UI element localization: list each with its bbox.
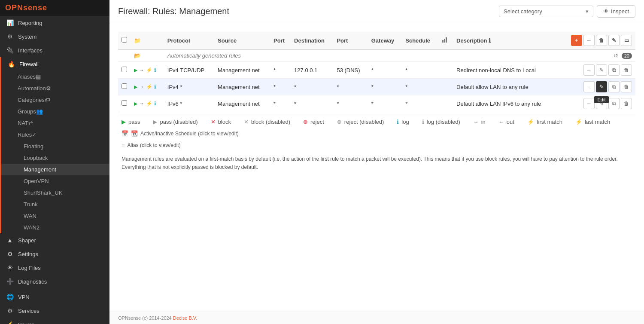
sidebar-item-shurfsharuk[interactable]: ShurfShark_UK [1, 187, 109, 199]
row1-move-btn[interactable]: ← [583, 64, 595, 76]
lightning-icon3: ⚡ [146, 101, 152, 107]
row3-stats [438, 95, 453, 112]
sidebar-item-reporting[interactable]: 📊 Reporting [0, 16, 109, 30]
row2-stats [438, 79, 453, 95]
col-source: Source [214, 32, 270, 49]
folder-open-icon: 📂 [134, 52, 141, 59]
row3-delete-btn[interactable]: 🗑 [621, 98, 632, 109]
sidebar-item-firewall[interactable]: 🔥 Firewall [1, 57, 109, 71]
col-port-dst: Port [333, 32, 368, 49]
sidebar-item-wan[interactable]: WAN [1, 210, 109, 222]
sidebar-item-rules[interactable]: Rules ✓ [1, 129, 109, 141]
play-icon2: ▶ [134, 84, 137, 90]
table-row: ▶ → ⚡ ℹ IPv6 * Management net * * * * * … [118, 95, 635, 112]
sidebar-item-shaper[interactable]: ▲ Shaper [0, 233, 109, 247]
row1-edit-btn[interactable]: ✎ [596, 64, 607, 76]
sidebar-item-services[interactable]: ⚙ Services [0, 304, 109, 318]
page-footer: OPNsense (c) 2014-2024 Deciso B.V. [109, 312, 644, 324]
sidebar-item-diagnostics[interactable]: ➕ Diagnostics [0, 275, 109, 288]
col-schedule: Schedule [402, 32, 438, 49]
vpn-icon: 🌐 [6, 293, 14, 300]
eye-icon: 👁 [603, 8, 609, 15]
sidebar-label-shaper: Shaper [18, 237, 36, 244]
automation-badge: ⚙ [46, 85, 51, 92]
inspect-button[interactable]: 👁 Inspect [597, 5, 635, 18]
schedule-row[interactable]: 📅 📆 Active/Inactive Schedule (click to v… [118, 128, 635, 139]
sidebar-item-floating[interactable]: Floating [1, 141, 109, 152]
play-icon: ▶ [134, 67, 137, 73]
block-disabled-icon: ✕ [244, 119, 249, 125]
footer-link[interactable]: Deciso B.V. [173, 315, 197, 321]
row2-clone-btn[interactable]: ⧉ [608, 81, 620, 92]
sidebar-item-automation[interactable]: Automation ⚙ [1, 83, 109, 94]
row1-description: Redirect non-local DNS to Local [453, 62, 558, 79]
legend-block: ✕ block [211, 119, 231, 125]
row3-move-btn[interactable]: ← [583, 98, 595, 109]
calendar2-icon: 📆 [131, 130, 138, 137]
sidebar-item-loopback[interactable]: Loopback [1, 152, 109, 164]
category-select[interactable]: Select category ▾ [499, 6, 593, 17]
svg-rect-2 [446, 37, 447, 43]
clone-button[interactable]: ✎ [608, 35, 620, 46]
alias-row-text: Alias (click to view/edit) [128, 142, 181, 148]
row2-checkbox[interactable] [122, 83, 127, 89]
sidebar-item-settings[interactable]: ⚙ Settings [0, 247, 109, 261]
row1-clone-btn[interactable]: ⧉ [608, 64, 620, 76]
sidebar-item-management[interactable]: Management [1, 164, 109, 175]
row3-gateway: * [368, 95, 402, 112]
sidebar-item-logfiles[interactable]: 👁 Log Files [0, 261, 109, 275]
sidebar: OPNsense 📊 Reporting ⚙ System 🔌 Interfac… [0, 0, 109, 324]
arrow-icon2: → [139, 84, 144, 90]
legend-log: ℹ log [397, 119, 409, 125]
more-button[interactable]: ▭ [621, 35, 632, 46]
play-icon3: ▶ [134, 101, 137, 107]
row3-checkbox[interactable] [122, 100, 127, 106]
row3-port: * [270, 95, 291, 112]
sidebar-item-trunk[interactable]: Trunk [1, 199, 109, 210]
row1-delete-btn[interactable]: 🗑 [621, 64, 632, 76]
alias-icon: ≡ [122, 142, 125, 148]
row1-checkbox[interactable] [122, 67, 127, 72]
sidebar-label-settings: Settings [18, 251, 38, 257]
edit-tooltip-label: Edit [594, 96, 609, 103]
sidebar-item-aliases[interactable]: Aliases ▤ [1, 71, 109, 83]
auto-rules-text: Automatically generated rules [167, 52, 241, 59]
sidebar-item-vpn[interactable]: 🌐 VPN [0, 290, 109, 304]
page-title: Firewall: Rules: Management [118, 6, 499, 16]
categories-badge: 🏷 [45, 97, 50, 103]
row1-protocol: IPv4 TCP/UDP [164, 62, 214, 79]
sidebar-item-openvpn[interactable]: OpenVPN [1, 175, 109, 187]
sidebar-item-interfaces[interactable]: 🔌 Interfaces [0, 43, 109, 57]
row2-icons-cell: ▶ → ⚡ ℹ [131, 79, 164, 95]
col-actions: + ← 🗑 ✎ ▭ [558, 32, 635, 49]
settings-icon: ⚙ [6, 251, 14, 257]
row2-move-btn[interactable]: ← [583, 81, 595, 92]
legend-reject: ⊗ reject [303, 119, 324, 125]
shaper-icon: ▲ [6, 237, 14, 244]
sidebar-item-power[interactable]: ⚡ Power [0, 318, 109, 324]
row2-checkbox-cell [118, 79, 131, 95]
arrow-icon: → [139, 67, 144, 73]
sidebar-item-wan2[interactable]: WAN2 [1, 222, 109, 233]
row3-schedule: * [402, 95, 438, 112]
row1-stats [438, 62, 453, 79]
categories-label: Categories [18, 97, 45, 103]
row1-dest-port: 53 (DNS) [333, 62, 368, 79]
folder-checkbox-cell [118, 49, 131, 62]
row2-edit-btn[interactable]: ✎ Edit [596, 81, 607, 92]
move-button[interactable]: ← [583, 35, 595, 46]
sidebar-item-groups[interactable]: Groups 👥 [1, 106, 109, 117]
sidebar-item-categories[interactable]: Categories 🏷 [1, 94, 109, 106]
select-all-checkbox[interactable] [122, 37, 127, 43]
row2-delete-btn[interactable]: 🗑 [621, 81, 632, 92]
add-rule-button[interactable]: + [571, 35, 582, 46]
sidebar-item-nat[interactable]: NAT ⇄ [1, 117, 109, 129]
sidebar-item-system[interactable]: ⚙ System [0, 30, 109, 43]
calendar-icon: 📅 [122, 130, 128, 137]
sidebar-label-diagnostics: Diagnostics [18, 278, 47, 285]
alias-row[interactable]: ≡ Alias (click to view/edit) [118, 139, 635, 151]
row1-destination: 127.0.0.1 [291, 62, 333, 79]
delete-button[interactable]: 🗑 [596, 35, 607, 46]
col-folder: 📁 [131, 32, 164, 49]
row3-clone-btn[interactable]: ⧉ [608, 98, 620, 109]
